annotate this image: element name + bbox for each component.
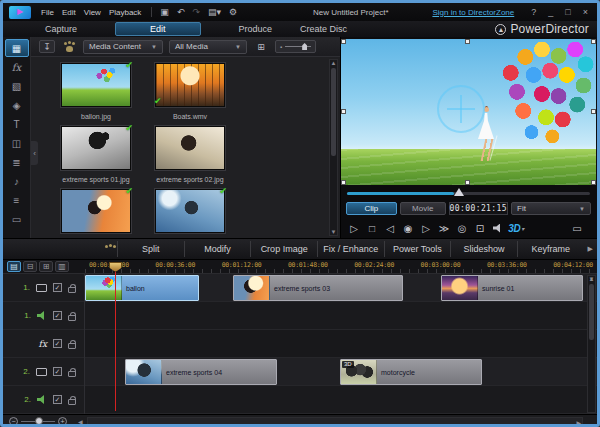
media-thumbnail-ballon[interactable]: ✔ <box>61 63 131 107</box>
media-item[interactable]: ✔extreme sports 04.jpg <box>144 189 236 238</box>
track-lock-icon[interactable] <box>68 399 76 405</box>
power-tools-button[interactable]: Power Tools <box>384 241 451 257</box>
zoom-out-button[interactable]: − <box>9 417 18 426</box>
help-button[interactable]: ? <box>528 7 539 17</box>
movie-mode-button[interactable]: Movie <box>400 202 446 215</box>
thumbnail-size-slider[interactable]: ▪ <box>275 40 316 53</box>
grid-view-icon[interactable]: ⊞ <box>253 40 269 53</box>
save-project-icon[interactable]: ▣ <box>158 7 171 17</box>
scrollbar-thumb[interactable] <box>331 68 336 156</box>
chapter-room-icon[interactable]: ≡ <box>5 191 29 209</box>
media-room-icon[interactable]: ▦ <box>5 39 29 57</box>
selection-handle[interactable] <box>341 39 346 44</box>
crop-image-button[interactable]: Crop Image <box>250 241 317 257</box>
scroll-right-icon[interactable]: ▶ <box>576 419 581 426</box>
scroll-up-icon[interactable]: ▲ <box>330 60 337 66</box>
slideshow-button[interactable]: Slideshow <box>450 241 517 257</box>
3d-button[interactable]: 3D▾ <box>508 221 524 236</box>
selection-handle[interactable] <box>591 180 596 185</box>
menu-playback[interactable]: Playback <box>105 8 145 17</box>
zoom-in-button[interactable]: + <box>58 417 67 426</box>
selection-handle[interactable] <box>465 39 470 44</box>
track-enable-checkbox[interactable]: ✓ <box>53 311 62 320</box>
slideshow-view-button[interactable]: ⊞ <box>39 261 53 272</box>
media-thumbnail-es03[interactable]: ✔ <box>61 189 131 233</box>
media-thumbnail-boats[interactable]: ✔ <box>155 63 225 107</box>
seek-bar[interactable] <box>341 187 596 199</box>
previous-frame-button[interactable]: ◁ <box>382 221 398 236</box>
voiceover-room-icon[interactable]: ♪ <box>5 172 29 190</box>
menu-view[interactable]: View <box>80 8 105 17</box>
modify-button[interactable]: Modify <box>184 241 251 257</box>
scroll-down-icon[interactable]: ▼ <box>330 229 337 235</box>
redo-icon[interactable]: ↷ <box>190 7 202 17</box>
fix-enhance-button[interactable]: Fix / Enhance <box>317 241 384 257</box>
pip-objects-room-icon[interactable]: ▧ <box>5 77 29 95</box>
selection-handle[interactable] <box>341 180 346 185</box>
seek-thumb[interactable] <box>454 188 464 196</box>
timeline-ruler[interactable]: ▤⊟⊞▥ 00:00:00:0000:00:36:0000:01:12:0000… <box>3 260 597 274</box>
track-lock-icon[interactable] <box>68 371 76 377</box>
fast-forward-button[interactable]: ≫ <box>436 221 452 236</box>
timeline-horizontal-scrollbar[interactable]: ◀ ▶ <box>87 417 583 426</box>
preview-window-button[interactable]: ⊡ <box>472 221 488 236</box>
timeline-clip-ballon[interactable]: ballon <box>85 275 199 301</box>
slider-knob[interactable] <box>302 43 307 50</box>
media-item[interactable]: ✔ballon.jpg <box>50 63 142 122</box>
zoom-fit-dropdown[interactable]: Fit▼ <box>511 202 591 215</box>
timeline-clip-extreme-sports-04[interactable]: extreme sports 04 <box>125 359 277 385</box>
minimize-button[interactable]: _ <box>545 7 556 17</box>
scroll-left-icon[interactable]: ◀ <box>78 418 83 425</box>
library-scrollbar[interactable]: ▲ ▼ <box>329 59 338 236</box>
media-item[interactable]: extreme sports 02.jpg <box>144 126 236 185</box>
selection-handle[interactable] <box>591 109 596 114</box>
keyframe-button[interactable]: Keyframe <box>517 241 584 257</box>
timeline-clip-motorcycle[interactable]: 3Dmotorcycle <box>340 359 482 385</box>
track-lane-fx[interactable] <box>85 330 597 358</box>
menu-file[interactable]: File <box>37 8 58 17</box>
selection-handle[interactable] <box>341 109 346 114</box>
audio-mixing-room-icon[interactable]: ≣ <box>5 153 29 171</box>
tab-create-disc[interactable]: Create Disc <box>286 23 361 35</box>
import-media-button[interactable]: ↧ <box>39 40 55 53</box>
title-room-icon[interactable]: T <box>5 115 29 133</box>
track-enable-checkbox[interactable]: ✓ <box>53 339 62 348</box>
tab-edit[interactable]: Edit <box>115 22 201 36</box>
stop-button[interactable]: □ <box>364 221 380 236</box>
record-button[interactable]: ◉ <box>400 221 416 236</box>
preview-stage[interactable] <box>341 39 596 185</box>
scroll-down-icon[interactable]: ▼ <box>588 276 595 282</box>
screen-layout-icon[interactable]: ▤▾ <box>206 7 223 17</box>
zoom-slider-knob[interactable] <box>35 417 43 425</box>
subtitle-room-icon[interactable]: ▭ <box>5 210 29 228</box>
track-lock-icon[interactable] <box>68 315 76 321</box>
media-thumbnail-es01[interactable]: ✔ <box>61 126 131 170</box>
tab-produce[interactable]: Produce <box>225 23 287 35</box>
directorzone-paw-icon[interactable] <box>61 40 77 53</box>
split-button[interactable]: Split <box>117 241 184 257</box>
timeline-clip-sunrise-01[interactable]: sunrise 01 <box>441 275 583 301</box>
storyboard-view-button[interactable]: ⊟ <box>23 261 37 272</box>
toolbar-overflow-icon[interactable]: ▶ <box>588 245 593 253</box>
track-lane-audio[interactable] <box>85 302 597 330</box>
media-thumbnail-es04[interactable]: ✔ <box>155 189 225 233</box>
media-item[interactable]: ✔extreme sports 01.jpg <box>50 126 142 185</box>
clip-mode-button[interactable]: Clip <box>346 202 397 215</box>
track-enable-checkbox[interactable]: ✓ <box>53 367 62 376</box>
track-enable-checkbox[interactable]: ✓ <box>53 395 62 404</box>
timeline-view-button[interactable]: ▤ <box>7 261 21 272</box>
play-button[interactable]: ▷ <box>346 221 362 236</box>
media-thumbnail-es02[interactable] <box>155 126 225 170</box>
snapshot-button[interactable]: ◎ <box>454 221 470 236</box>
signin-directorzone-link[interactable]: Sign in to DirectorZone <box>432 8 514 17</box>
particle-room-icon[interactable]: ◈ <box>5 96 29 114</box>
scrollbar-thumb[interactable] <box>589 284 594 340</box>
volume-button[interactable] <box>490 221 506 236</box>
timecode-display[interactable]: 00:00:21:15 <box>449 202 508 215</box>
menu-edit[interactable]: Edit <box>58 8 80 17</box>
filter-dropdown[interactable]: All Media▼ <box>169 40 247 54</box>
collapse-panel-handle[interactable]: ‹ <box>31 141 38 165</box>
track-lanes[interactable]: ballonextreme sports 03sunrise 01extreme… <box>85 274 597 414</box>
timeline-clip-extreme-sports-03[interactable]: extreme sports 03 <box>233 275 403 301</box>
media-item[interactable]: ✔extreme sports 03.jpg <box>50 189 142 238</box>
